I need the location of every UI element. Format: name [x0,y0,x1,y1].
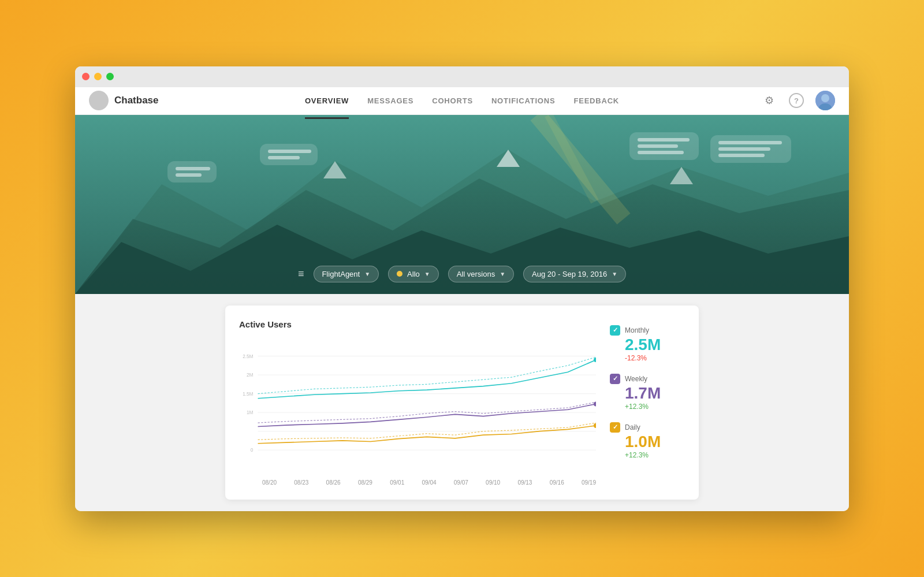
svg-point-23 [594,357,596,362]
svg-point-1 [821,94,829,102]
svg-text:2.5M: 2.5M [243,353,253,359]
legend-weekly: ✓ Weekly 1.7M +12.3% [610,374,685,411]
active-users-chart: 2.5M 2M 1.5M 1M 0 [239,338,596,477]
versions-dropdown[interactable]: All versions ▼ [448,266,514,282]
logo-text: Chatbase [114,95,159,106]
chevron-down-icon: ▼ [612,271,617,277]
bubble-line [638,144,678,148]
tab-cohorts[interactable]: COHORTS [432,93,473,109]
chat-bubble-4 [710,135,791,163]
nav-tabs: OVERVIEW MESSAGES COHORTS NOTIFICATIONS … [181,93,743,109]
browser-window: Chatbase OVERVIEW MESSAGES COHORTS NOTIF… [75,66,849,511]
bot-dropdown[interactable]: Allo ▼ [388,266,439,282]
monthly-change: -12.3% [610,354,685,362]
filter-icon[interactable]: ≡ [298,268,304,280]
svg-point-25 [594,423,596,427]
maximize-button[interactable] [106,73,114,80]
weekly-label: Weekly [625,375,647,383]
bot-dot [397,271,403,277]
header-actions: ⚙ ? [743,91,835,110]
x-label: 09/13 [517,479,532,486]
tab-overview[interactable]: OVERVIEW [305,93,349,109]
agent-label: FlightAgent [322,270,360,278]
chevron-down-icon: ▼ [500,271,505,277]
legend-monthly: ✓ Monthly 2.5M -12.3% [610,325,685,362]
daily-checkbox[interactable]: ✓ [610,422,620,433]
chat-bubble-2 [167,161,217,183]
svg-point-24 [594,401,596,406]
legend-daily-header: ✓ Daily [610,422,685,433]
monthly-label: Monthly [625,326,649,334]
x-label: 09/01 [390,479,404,486]
x-axis: 08/20 08/23 08/26 08/29 09/01 09/04 09/0… [239,477,596,486]
chevron-down-icon: ▼ [424,271,430,277]
x-label: 08/23 [294,479,308,486]
x-label: 09/07 [454,479,468,486]
help-icon[interactable]: ? [789,93,804,108]
x-label: 08/20 [262,479,277,486]
bubble-line [718,141,782,144]
date-range-dropdown[interactable]: Aug 20 - Sep 19, 2016 ▼ [523,266,626,282]
chart-legend: ✓ Monthly 2.5M -12.3% ✓ Weekly 1.7M +1 [610,319,685,486]
daily-label: Daily [625,423,640,431]
chart-title: Active Users [239,319,596,329]
app-header: Chatbase OVERVIEW MESSAGES COHORTS NOTIF… [75,87,849,115]
hero-section: ≡ FlightAgent ▼ Allo ▼ All versions ▼ Au… [75,115,849,294]
logo-area: Chatbase [89,91,181,110]
date-range-label: Aug 20 - Sep 19, 2016 [532,270,607,278]
chart-wrapper: 2.5M 2M 1.5M 1M 0 [239,338,596,477]
versions-label: All versions [457,270,495,278]
user-avatar[interactable] [815,91,835,110]
filter-bar: ≡ FlightAgent ▼ Allo ▼ All versions ▼ Au… [298,266,626,282]
x-label: 08/29 [358,479,372,486]
svg-text:1.5M: 1.5M [243,391,253,396]
close-button[interactable] [82,73,90,80]
bubble-line [268,150,311,153]
svg-text:2M: 2M [247,373,254,378]
agent-dropdown[interactable]: FlightAgent ▼ [313,266,379,282]
chevron-down-icon: ▼ [364,271,370,277]
x-label: 08/26 [326,479,341,486]
chart-area: Active Users 2.5M 2M [239,319,596,486]
bubble-line [268,156,300,159]
x-label: 09/16 [550,479,564,486]
chart-card: Active Users 2.5M 2M [225,306,699,500]
chat-bubble-1 [629,132,699,160]
logo-icon [89,91,109,110]
bubble-line [638,138,690,142]
bubble-line [176,173,202,177]
tab-messages[interactable]: MESSAGES [367,93,413,109]
settings-icon[interactable]: ⚙ [761,92,777,109]
browser-titlebar [75,66,849,87]
legend-weekly-header: ✓ Weekly [610,374,685,384]
weekly-change: +12.3% [610,403,685,411]
weekly-value: 1.7M [610,385,685,401]
tab-notifications[interactable]: NOTIFICATIONS [491,93,556,109]
bubble-line [638,151,684,154]
bubble-line [176,167,210,170]
legend-daily: ✓ Daily 1.0M +12.3% [610,422,685,459]
bubble-line [718,147,770,151]
x-label: 09/04 [422,479,436,486]
tab-feedback[interactable]: FEEDBACK [573,93,619,109]
svg-text:0: 0 [251,448,254,453]
legend-monthly-header: ✓ Monthly [610,325,685,336]
bubble-line [718,154,765,157]
monthly-value: 2.5M [610,337,685,353]
x-label: 09/10 [486,479,500,486]
svg-text:1M: 1M [247,410,254,415]
daily-change: +12.3% [610,451,685,459]
main-content: Active Users 2.5M 2M [75,294,849,511]
weekly-checkbox[interactable]: ✓ [610,374,620,384]
bot-label: Allo [407,270,420,278]
chat-bubble-3 [260,144,318,165]
daily-value: 1.0M [610,434,685,450]
monthly-checkbox[interactable]: ✓ [610,325,620,336]
x-label: 09/19 [582,479,596,486]
minimize-button[interactable] [94,73,102,80]
app-content: Chatbase OVERVIEW MESSAGES COHORTS NOTIF… [75,87,849,511]
